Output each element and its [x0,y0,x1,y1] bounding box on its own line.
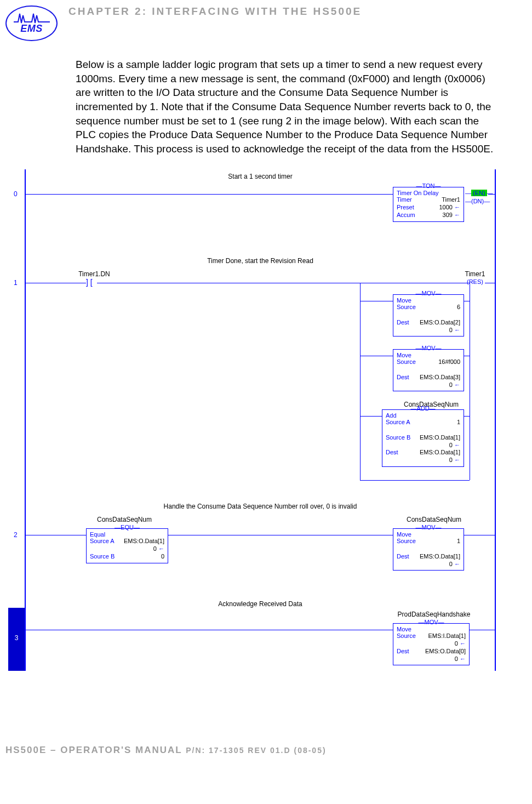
rung-1-comment: Timer Done, start the Revision Read [26,246,495,266]
chapter-title: CHAPTER 2: INTERFACING WITH THE HS500E [68,5,362,18]
mov-block-rung3: —MOV— Move SourceEMS:I.Data[1] 0 ← DestE… [393,623,470,665]
xic-contact: ] [ [86,278,93,287]
rung-0-number: 0 [14,190,18,198]
ton-label: —TON— [393,183,464,189]
rung-1: Timer Done, start the Revision Read 1 Ti… [25,246,496,493]
rung-1-number: 1 [14,279,18,287]
rung-2: Handle the Consume Data Sequence Number … [25,493,496,591]
mov-block-rung2: —MOV— Move Source1 DestEMS:O.Data[1] 0 ← [393,528,464,571]
dn-output: —(DN)— [465,198,490,204]
ladder-diagram: Start a 1 second timer 0 —TON— Timer On … [25,169,496,717]
page-footer: HS500E – OPERATOR'S MANUAL P/N: 17-1305 … [5,745,499,756]
ton-block: —TON— Timer On Delay TimerTimer1 Preset1… [393,187,464,221]
page-header: EMS CHAPTER 2: INTERFACING WITH THE HS50… [5,5,499,41]
mov-tag: ConsDataSeqNum [398,516,470,523]
rung-2-comment: Handle the Consume Data Sequence Number … [26,493,495,511]
en-output: —(EN)— [465,190,493,196]
waveform-icon [13,12,51,24]
footer-main: HS500E – OPERATOR'S MANUAL [5,745,186,755]
rung-0-comment: Start a 1 second timer [26,169,495,181]
body-paragraph: Below is a sample ladder logic program t… [76,58,499,156]
rung-3-comment: Acknowledge Received Data [26,591,495,609]
contact-tag: Timer1.DN [72,270,116,278]
rung-2-number: 2 [14,531,18,539]
equ-tag: ConsDataSeqNum [89,516,160,523]
mov-block-2: —MOV— Move Source16#f000 DestEMS:O.Data[… [393,349,464,391]
rung-3-selection: 3 [8,608,25,671]
res-tag: Timer1 [459,270,491,278]
ems-logo: EMS [5,5,58,41]
equ-block: —EQU— Equal Source AEMS:O.Data[1] 0 ← So… [86,528,168,563]
logo-text: EMS [20,23,43,35]
rung-3: 3 Acknowledge Received Data ProdDataSeqH… [25,591,496,671]
rung-0: Start a 1 second timer 0 —TON— Timer On … [25,169,496,246]
mov-tag-3: ProdDataSeqHandshake [393,611,475,618]
mov-block-1: —MOV— Move Source6 DestEMS:O.Data[2] 0 ← [393,294,464,337]
footer-pn: P/N: 17-1305 REV 01.D (08-05) [186,746,326,755]
add-block: —ADD— Add Source A1 Source BEMS:O.Data[1… [382,409,464,467]
